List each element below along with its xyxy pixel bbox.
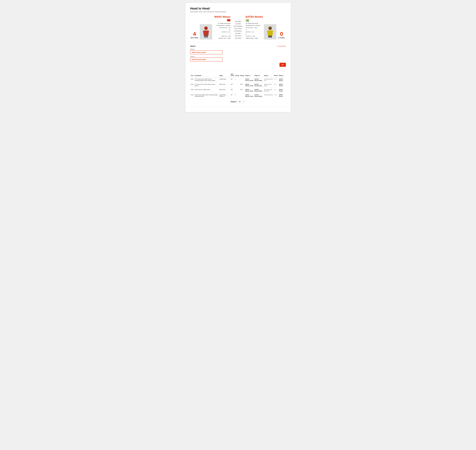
label-last-rank: Last Rank: [235, 23, 241, 25]
player-b-field-label: Player B: [190, 56, 286, 57]
col-group: Group: [235, 73, 240, 77]
cell-year: 2019: [190, 82, 194, 88]
svg-point-0: [204, 26, 208, 30]
label-year-titles: Year Titles: [235, 32, 241, 35]
col-player-b: Player B: [254, 73, 263, 77]
table-row: 2018 World Team Table Tennis Championshi…: [190, 93, 286, 98]
cell-year: 2018: [190, 88, 194, 93]
player-b-name: BATRA Manika: [246, 15, 263, 18]
cell-year: 2024: [190, 77, 194, 83]
col-result: Result: [274, 73, 278, 77]
cell-group: [235, 82, 240, 88]
svg-point-6: [268, 26, 272, 30]
player-a-side: WANG Manyu 🇨🇳 25 | Right-Hand Attack #2 …: [212, 15, 230, 40]
cell-games: 11:3 11:8 13:15 11:7: [263, 77, 274, 83]
player-b-rank: #38 (Week/Year: 15/2024): [246, 24, 260, 27]
player-a-score-group: 4 100 % Wins: [190, 15, 212, 40]
cell-games: 11:2 11:8 11:8 6:11 11:4: [263, 88, 274, 93]
player-a-score-block: 4 100 % Wins: [190, 31, 199, 40]
cell-year: 2018: [190, 93, 194, 98]
center-labels: Age | Style Last Rank Career Matches Car…: [230, 15, 246, 40]
col-stage: Stage: [219, 73, 230, 77]
label-year-games: Year Games: [235, 35, 241, 37]
player-a-field-label: Player A: [190, 49, 286, 50]
player-b-stats: 28 | Right-Hand Attack #38 (Week/Year: 1…: [246, 22, 260, 40]
cell-event: ITTF World Tour Korea Open, Busan (KOR): [194, 82, 219, 88]
cell-subevent: WS: [230, 88, 235, 93]
svg-rect-4: [204, 36, 206, 38]
cell-result: 3 - 0: [274, 93, 278, 98]
cell-player-a[interactable]: WANG Manyu (CHN): [245, 82, 254, 88]
cell-event: ITTF World Team Table Tennis Championshi…: [194, 77, 219, 83]
player-a-career-titles: 12: [216, 29, 230, 31]
label-year-matches: Year Matches: [234, 30, 242, 32]
cell-winner: WANG Manyu: [278, 93, 286, 98]
cell-round: R16: [240, 88, 245, 93]
player-a-stats: 25 | Right-Hand Attack #2 (Week/Year: 15…: [216, 22, 230, 40]
cell-player-a[interactable]: WANG Manyu (CHN): [245, 77, 254, 83]
display-label: Display #: [231, 101, 237, 102]
cell-player-a[interactable]: WANG Manyu (CHN): [245, 88, 254, 93]
player-a-year-titles: 1: [216, 33, 230, 35]
player-b-score: 0: [280, 31, 283, 37]
cell-group: 1: [235, 93, 240, 98]
player-a-year-games: 73 (W: 53, L: 20): [216, 35, 230, 37]
col-year: Year: [190, 73, 194, 77]
player-b-score-group: 0 0 % Wins: [264, 15, 286, 40]
page-subtitle: Type Players' name to get a full Head to…: [190, 11, 286, 12]
player-a-year-matches: 18 (W: 16, L: 2): [216, 31, 230, 33]
cell-group: 1: [235, 77, 240, 83]
player-a-input[interactable]: [190, 50, 223, 54]
col-round: Round: [240, 73, 245, 77]
cell-stage: Qualification - Division 1: [219, 93, 230, 98]
player-b-career-matches: 637 (W: 391, L: 246): [246, 27, 260, 29]
cell-result: 3 - 1: [274, 77, 278, 83]
display-row: Display # 102550100: [190, 100, 286, 104]
cell-result: 4 - 0: [274, 82, 278, 88]
player-b-field-group: Player B: [190, 56, 286, 61]
table-row: 2018 Asian Games, Jakarta (INA) Main Dra…: [190, 88, 286, 93]
svg-rect-10: [268, 36, 270, 38]
cell-player-a[interactable]: WANG Manyu (CHN): [245, 93, 254, 98]
player-a-image: [200, 24, 212, 40]
cell-subevent: WT: [230, 77, 235, 83]
player-a-field-group: Player A: [190, 49, 286, 54]
cell-winner: WANG Manyu: [278, 82, 286, 88]
player-b-input[interactable]: [190, 58, 223, 61]
cell-player-b[interactable]: BATRA Manika (IND): [254, 93, 263, 98]
label-year-points: Year Points: [235, 37, 241, 39]
search-header: Search: ↺ Clear filters: [190, 45, 286, 47]
cell-subevent: WT: [230, 93, 235, 98]
player-a-career-matches: 363 (W: 306, L: 57): [216, 27, 230, 29]
go-button[interactable]: Go: [280, 63, 286, 67]
cell-player-b[interactable]: BATRA Manika (IND): [254, 82, 263, 88]
cell-round: [240, 93, 245, 98]
cell-event: World Team Table Tennis Championships, H…: [194, 93, 219, 98]
results-table: Year EventName Stage Sub-Event Group Rou…: [190, 73, 286, 98]
svg-rect-5: [206, 36, 208, 38]
table-body: 2024 ITTF World Team Table Tennis Champi…: [190, 77, 286, 98]
cell-round: R32: [240, 82, 245, 88]
main-container: Head to Head Type Players' name to get a…: [185, 3, 291, 112]
clear-filters-button[interactable]: ↺ Clear filters: [277, 45, 286, 47]
cell-player-b[interactable]: BATRA Manika (IND): [254, 77, 263, 83]
refresh-icon: ↺: [277, 45, 278, 47]
h2h-comparison: 4 100 % Wins WANG Manyu 🇨🇳 25 | Right-Ha…: [190, 15, 286, 40]
search-section: Search: ↺ Clear filters Player A Player …: [190, 44, 286, 69]
player-b-score-block: 0 0 % Wins: [277, 31, 286, 40]
display-select[interactable]: 102550100: [238, 100, 245, 103]
cell-player-b[interactable]: BATRA Manika (IND): [254, 88, 263, 93]
cell-games: 12:10 11:9 11:5: [263, 93, 274, 98]
label-career-titles: Career Titles: [234, 27, 242, 30]
divider-2: [190, 71, 286, 71]
col-games: Games: [263, 73, 274, 77]
search-label: Search:: [190, 45, 196, 47]
cell-stage: Main Draw: [219, 88, 230, 93]
label-career-matches: Career Matches: [233, 25, 243, 27]
player-a-wins-pct: 100 % Wins: [190, 37, 198, 39]
player-b-flag: 🇮🇳: [246, 18, 249, 22]
player-b-year-titles: 0: [246, 33, 260, 35]
clear-filters-label: Clear filters: [279, 45, 286, 47]
player-a-rank: #2 (Week/Year: 15/2024): [216, 24, 230, 27]
cell-winner: WANG Manyu: [278, 77, 286, 83]
